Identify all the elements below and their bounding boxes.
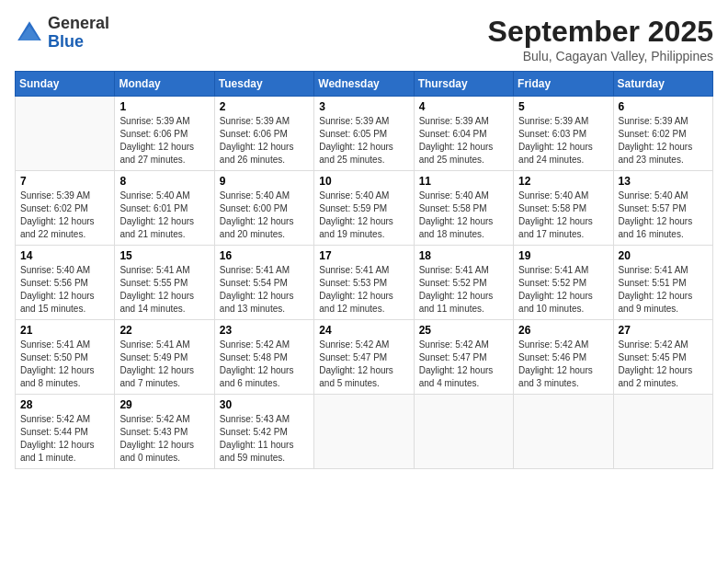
calendar-cell: 30Sunrise: 5:43 AM Sunset: 5:42 PM Dayli… — [214, 395, 313, 469]
cell-info: Sunrise: 5:41 AM Sunset: 5:54 PM Dayligh… — [220, 264, 309, 316]
day-number: 4 — [419, 100, 508, 113]
cell-info: Sunrise: 5:42 AM Sunset: 5:44 PM Dayligh… — [20, 413, 109, 465]
cell-info: Sunrise: 5:39 AM Sunset: 6:03 PM Dayligh… — [518, 115, 608, 167]
calendar-cell: 21Sunrise: 5:41 AM Sunset: 5:50 PM Dayli… — [16, 320, 115, 395]
cell-info: Sunrise: 5:39 AM Sunset: 6:02 PM Dayligh… — [619, 115, 708, 167]
calendar-cell: 16Sunrise: 5:41 AM Sunset: 5:54 PM Dayli… — [214, 246, 313, 320]
calendar-cell: 22Sunrise: 5:41 AM Sunset: 5:49 PM Dayli… — [115, 320, 214, 395]
weekday-header: Wednesday — [314, 72, 414, 97]
calendar-table: SundayMondayTuesdayWednesdayThursdayFrid… — [15, 71, 713, 469]
calendar-cell: 20Sunrise: 5:41 AM Sunset: 5:51 PM Dayli… — [613, 246, 712, 320]
calendar-body: 1Sunrise: 5:39 AM Sunset: 6:06 PM Daylig… — [16, 97, 713, 469]
cell-info: Sunrise: 5:39 AM Sunset: 6:05 PM Dayligh… — [319, 115, 408, 167]
calendar-cell: 1Sunrise: 5:39 AM Sunset: 6:06 PM Daylig… — [115, 97, 214, 171]
cell-info: Sunrise: 5:42 AM Sunset: 5:45 PM Dayligh… — [619, 339, 708, 390]
day-number: 14 — [20, 249, 109, 262]
day-number: 22 — [119, 324, 209, 337]
day-number: 26 — [518, 324, 608, 337]
weekday-header: Monday — [115, 72, 214, 97]
title-block: September 2025 Bulu, Cagayan Valley, Phi… — [488, 15, 713, 63]
day-number: 15 — [119, 249, 209, 262]
cell-info: Sunrise: 5:40 AM Sunset: 5:57 PM Dayligh… — [619, 190, 708, 241]
cell-info: Sunrise: 5:40 AM Sunset: 6:00 PM Dayligh… — [220, 190, 309, 241]
calendar-cell: 13Sunrise: 5:40 AM Sunset: 5:57 PM Dayli… — [613, 171, 712, 246]
calendar-cell — [514, 395, 613, 469]
day-number: 28 — [20, 398, 109, 411]
cell-info: Sunrise: 5:39 AM Sunset: 6:04 PM Dayligh… — [419, 115, 508, 167]
calendar-cell: 6Sunrise: 5:39 AM Sunset: 6:02 PM Daylig… — [613, 97, 712, 171]
weekday-header: Friday — [514, 72, 613, 97]
calendar-week-row: 21Sunrise: 5:41 AM Sunset: 5:50 PM Dayli… — [16, 320, 713, 395]
month-title: September 2025 — [488, 15, 713, 49]
calendar-cell: 17Sunrise: 5:41 AM Sunset: 5:53 PM Dayli… — [314, 246, 414, 320]
weekday-header: Sunday — [16, 72, 115, 97]
cell-info: Sunrise: 5:39 AM Sunset: 6:06 PM Dayligh… — [119, 115, 209, 167]
cell-info: Sunrise: 5:43 AM Sunset: 5:42 PM Dayligh… — [220, 413, 309, 465]
cell-info: Sunrise: 5:42 AM Sunset: 5:47 PM Dayligh… — [419, 339, 508, 390]
day-number: 29 — [119, 398, 209, 411]
calendar-cell: 14Sunrise: 5:40 AM Sunset: 5:56 PM Dayli… — [16, 246, 115, 320]
calendar-cell: 8Sunrise: 5:40 AM Sunset: 6:01 PM Daylig… — [115, 171, 214, 246]
day-number: 9 — [220, 175, 309, 188]
calendar-cell: 4Sunrise: 5:39 AM Sunset: 6:04 PM Daylig… — [414, 97, 513, 171]
day-number: 1 — [119, 100, 209, 113]
day-number: 10 — [319, 175, 408, 188]
day-number: 21 — [20, 324, 109, 337]
calendar-cell: 28Sunrise: 5:42 AM Sunset: 5:44 PM Dayli… — [16, 395, 115, 469]
day-number: 7 — [20, 175, 109, 188]
cell-info: Sunrise: 5:41 AM Sunset: 5:52 PM Dayligh… — [419, 264, 508, 316]
calendar-cell: 18Sunrise: 5:41 AM Sunset: 5:52 PM Dayli… — [414, 246, 513, 320]
day-number: 12 — [518, 175, 608, 188]
weekday-header: Thursday — [414, 72, 513, 97]
calendar-cell: 26Sunrise: 5:42 AM Sunset: 5:46 PM Dayli… — [514, 320, 613, 395]
calendar-week-row: 14Sunrise: 5:40 AM Sunset: 5:56 PM Dayli… — [16, 246, 713, 320]
cell-info: Sunrise: 5:41 AM Sunset: 5:49 PM Dayligh… — [119, 339, 209, 390]
cell-info: Sunrise: 5:42 AM Sunset: 5:47 PM Dayligh… — [319, 339, 408, 390]
calendar-cell: 12Sunrise: 5:40 AM Sunset: 5:58 PM Dayli… — [514, 171, 613, 246]
day-number: 30 — [220, 398, 309, 411]
calendar-cell: 23Sunrise: 5:42 AM Sunset: 5:48 PM Dayli… — [214, 320, 313, 395]
day-number: 11 — [419, 175, 508, 188]
day-number: 6 — [619, 100, 708, 113]
calendar-cell: 7Sunrise: 5:39 AM Sunset: 6:02 PM Daylig… — [16, 171, 115, 246]
cell-info: Sunrise: 5:40 AM Sunset: 5:58 PM Dayligh… — [419, 190, 508, 241]
calendar-cell: 27Sunrise: 5:42 AM Sunset: 5:45 PM Dayli… — [613, 320, 712, 395]
cell-info: Sunrise: 5:41 AM Sunset: 5:52 PM Dayligh… — [518, 264, 608, 316]
page-header: General Blue September 2025 Bulu, Cagaya… — [15, 15, 713, 63]
calendar-cell: 15Sunrise: 5:41 AM Sunset: 5:55 PM Dayli… — [115, 246, 214, 320]
calendar-cell: 2Sunrise: 5:39 AM Sunset: 6:06 PM Daylig… — [214, 97, 313, 171]
logo: General Blue — [15, 15, 109, 52]
calendar-week-row: 28Sunrise: 5:42 AM Sunset: 5:44 PM Dayli… — [16, 395, 713, 469]
cell-info: Sunrise: 5:41 AM Sunset: 5:51 PM Dayligh… — [619, 264, 708, 316]
logo-text-blue: Blue — [48, 33, 109, 52]
calendar-cell: 25Sunrise: 5:42 AM Sunset: 5:47 PM Dayli… — [414, 320, 513, 395]
day-number: 2 — [220, 100, 309, 113]
cell-info: Sunrise: 5:41 AM Sunset: 5:50 PM Dayligh… — [20, 339, 109, 390]
logo-text-general: General — [48, 15, 109, 33]
cell-info: Sunrise: 5:42 AM Sunset: 5:46 PM Dayligh… — [518, 339, 608, 390]
day-number: 13 — [619, 175, 708, 188]
cell-info: Sunrise: 5:41 AM Sunset: 5:55 PM Dayligh… — [119, 264, 209, 316]
calendar-cell — [16, 97, 115, 171]
cell-info: Sunrise: 5:40 AM Sunset: 5:56 PM Dayligh… — [20, 264, 109, 316]
day-number: 17 — [319, 249, 408, 262]
calendar-cell — [414, 395, 513, 469]
cell-info: Sunrise: 5:39 AM Sunset: 6:02 PM Dayligh… — [20, 190, 109, 241]
calendar-cell: 24Sunrise: 5:42 AM Sunset: 5:47 PM Dayli… — [314, 320, 414, 395]
calendar-week-row: 1Sunrise: 5:39 AM Sunset: 6:06 PM Daylig… — [16, 97, 713, 171]
day-number: 19 — [518, 249, 608, 262]
calendar-week-row: 7Sunrise: 5:39 AM Sunset: 6:02 PM Daylig… — [16, 171, 713, 246]
cell-info: Sunrise: 5:42 AM Sunset: 5:48 PM Dayligh… — [220, 339, 309, 390]
day-number: 16 — [220, 249, 309, 262]
cell-info: Sunrise: 5:41 AM Sunset: 5:53 PM Dayligh… — [319, 264, 408, 316]
calendar-header: SundayMondayTuesdayWednesdayThursdayFrid… — [16, 72, 713, 97]
calendar-cell — [314, 395, 414, 469]
cell-info: Sunrise: 5:40 AM Sunset: 6:01 PM Dayligh… — [119, 190, 209, 241]
calendar-cell: 5Sunrise: 5:39 AM Sunset: 6:03 PM Daylig… — [514, 97, 613, 171]
cell-info: Sunrise: 5:40 AM Sunset: 5:59 PM Dayligh… — [319, 190, 408, 241]
day-number: 25 — [419, 324, 508, 337]
calendar-cell: 29Sunrise: 5:42 AM Sunset: 5:43 PM Dayli… — [115, 395, 214, 469]
day-number: 5 — [518, 100, 608, 113]
day-number: 20 — [619, 249, 708, 262]
calendar-cell: 9Sunrise: 5:40 AM Sunset: 6:00 PM Daylig… — [214, 171, 313, 246]
